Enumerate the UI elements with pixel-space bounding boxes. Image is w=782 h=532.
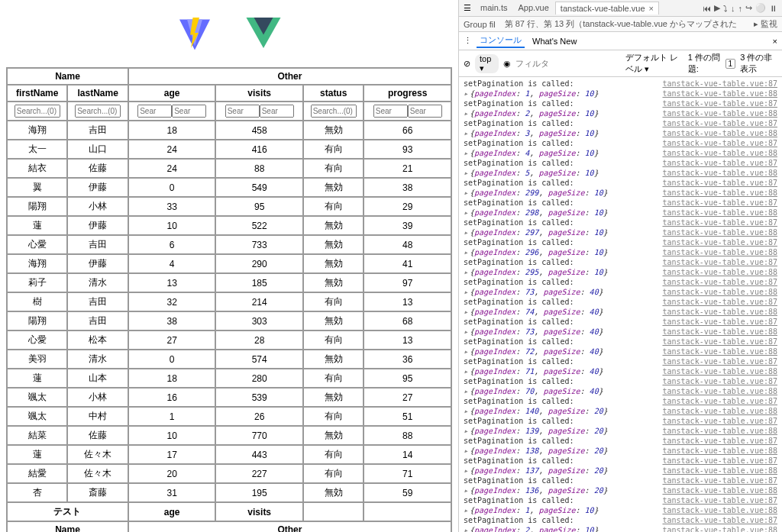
deactivate-icon[interactable]: ⚪	[755, 3, 766, 13]
console-row[interactable]: ▸{pageIndex: 138, pageSize: 20}tanstack-…	[459, 446, 782, 456]
source-link[interactable]: tanstack-vue-table.vue:87	[662, 178, 777, 188]
pause-icon[interactable]: ⏸	[769, 4, 777, 13]
source-link[interactable]: tanstack-vue-table.vue:87	[662, 257, 777, 267]
source-link[interactable]: tanstack-vue-table.vue:87	[662, 277, 777, 287]
source-link[interactable]: tanstack-vue-table.vue:88	[662, 525, 777, 532]
console-row[interactable]: ▸{pageIndex: 296, pageSize: 10}tanstack-…	[459, 247, 782, 257]
source-link[interactable]: tanstack-vue-table.vue:87	[662, 237, 777, 247]
tab-app-vue[interactable]: App.vue	[513, 2, 553, 15]
menu-icon[interactable]: ☰	[464, 3, 471, 13]
filter-input[interactable]	[515, 59, 621, 68]
source-link[interactable]: tanstack-vue-table.vue:87	[662, 118, 777, 128]
console-row[interactable]: ▸{pageIndex: 2, pageSize: 10}tanstack-vu…	[459, 108, 782, 118]
console-row[interactable]: setPagination is called:tanstack-vue-tab…	[459, 158, 782, 168]
console-output[interactable]: setPagination is called:tanstack-vue-tab…	[459, 77, 782, 532]
source-link[interactable]: tanstack-vue-table.vue:88	[662, 188, 777, 198]
source-link[interactable]: tanstack-vue-table.vue:87	[662, 317, 777, 327]
console-row[interactable]: ▸{pageIndex: 3, pageSize: 10}tanstack-vu…	[459, 128, 782, 138]
step-out-icon[interactable]: ↑	[738, 4, 743, 13]
source-link[interactable]: tanstack-vue-table.vue:87	[662, 218, 777, 227]
group-filter[interactable]: Group fil	[464, 20, 496, 29]
source-link[interactable]: tanstack-vue-table.vue:87	[662, 337, 777, 347]
console-row[interactable]: setPagination is called:tanstack-vue-tab…	[459, 396, 782, 406]
play-icon[interactable]: ▶	[714, 3, 720, 13]
console-row[interactable]: ▸{pageIndex: 295, pageSize: 10}tanstack-…	[459, 267, 782, 277]
source-link[interactable]: tanstack-vue-table.vue:87	[662, 79, 777, 89]
console-row[interactable]: ▸{pageIndex: 137, pageSize: 20}tanstack-…	[459, 466, 782, 476]
drawer-close-icon[interactable]: ×	[773, 37, 777, 46]
console-row[interactable]: ▸{pageIndex: 140, pageSize: 20}tanstack-…	[459, 406, 782, 416]
console-row[interactable]: setPagination is called:tanstack-vue-tab…	[459, 237, 782, 247]
step-icon[interactable]: ⤵	[723, 4, 728, 13]
search-progress-max[interactable]	[408, 105, 442, 118]
source-link[interactable]: tanstack-vue-table.vue:87	[662, 297, 777, 307]
console-row[interactable]: setPagination is called:tanstack-vue-tab…	[459, 257, 782, 267]
header-age[interactable]: age	[128, 85, 216, 102]
source-link[interactable]: tanstack-vue-table.vue:88	[662, 227, 777, 237]
source-link[interactable]: tanstack-vue-table.vue:88	[662, 108, 777, 118]
console-row[interactable]: setPagination is called:tanstack-vue-tab…	[459, 436, 782, 446]
console-row[interactable]: setPagination is called:tanstack-vue-tab…	[459, 416, 782, 426]
console-row[interactable]: ▸{pageIndex: 297, pageSize: 10}tanstack-…	[459, 227, 782, 237]
source-link[interactable]: tanstack-vue-table.vue:88	[662, 446, 777, 456]
source-link[interactable]: tanstack-vue-table.vue:87	[662, 515, 777, 525]
header-firstname[interactable]: firstName	[7, 85, 67, 102]
issues-badge[interactable]: 1	[725, 59, 736, 69]
console-row[interactable]: setPagination is called:tanstack-vue-tab…	[459, 356, 782, 366]
source-link[interactable]: tanstack-vue-table.vue:87	[662, 436, 777, 446]
source-link[interactable]: tanstack-vue-table.vue:88	[662, 426, 777, 436]
source-link[interactable]: tanstack-vue-table.vue:88	[662, 366, 777, 376]
source-link[interactable]: tanstack-vue-table.vue:88	[662, 505, 777, 515]
console-row[interactable]: setPagination is called:tanstack-vue-tab…	[459, 178, 782, 188]
source-link[interactable]: tanstack-vue-table.vue:87	[662, 456, 777, 466]
console-row[interactable]: ▸{pageIndex: 2, pageSize: 10}tanstack-vu…	[459, 525, 782, 532]
search-status[interactable]	[311, 105, 357, 118]
console-row[interactable]: ▸{pageIndex: 74, pageSize: 40}tanstack-v…	[459, 307, 782, 317]
console-row[interactable]: ▸{pageIndex: 299, pageSize: 10}tanstack-…	[459, 188, 782, 198]
source-link[interactable]: tanstack-vue-table.vue:87	[662, 356, 777, 366]
console-row[interactable]: setPagination is called:tanstack-vue-tab…	[459, 277, 782, 287]
hidden-label[interactable]: 3 件の非表示	[740, 52, 777, 75]
source-link[interactable]: tanstack-vue-table.vue:87	[662, 198, 777, 208]
step-over-icon[interactable]: ↪	[745, 3, 752, 13]
console-row[interactable]: setPagination is called:tanstack-vue-tab…	[459, 218, 782, 227]
console-row[interactable]: setPagination is called:tanstack-vue-tab…	[459, 337, 782, 347]
console-row[interactable]: setPagination is called:tanstack-vue-tab…	[459, 515, 782, 525]
source-link[interactable]: tanstack-vue-table.vue:88	[662, 406, 777, 416]
search-visits-max[interactable]	[260, 105, 294, 118]
console-row[interactable]: ▸{pageIndex: 73, pageSize: 40}tanstack-v…	[459, 287, 782, 297]
prev-icon[interactable]: ⏮	[703, 4, 711, 13]
eye-icon[interactable]: ◉	[503, 59, 511, 69]
whatsnew-tab[interactable]: What's New	[529, 36, 580, 47]
console-row[interactable]: ▸{pageIndex: 136, pageSize: 20}tanstack-…	[459, 485, 782, 495]
source-link[interactable]: tanstack-vue-table.vue:87	[662, 98, 777, 108]
console-row[interactable]: ▸{pageIndex: 1, pageSize: 10}tanstack-vu…	[459, 89, 782, 98]
console-row[interactable]: setPagination is called:tanstack-vue-tab…	[459, 198, 782, 208]
header-progress[interactable]: progress	[364, 85, 451, 102]
header-group-other[interactable]: Other	[128, 68, 451, 85]
level-selector[interactable]: デフォルト レベル ▾	[625, 52, 683, 75]
clear-console-icon[interactable]: ⊘	[464, 59, 470, 69]
source-link[interactable]: tanstack-vue-table.vue:88	[662, 168, 777, 178]
console-row[interactable]: setPagination is called:tanstack-vue-tab…	[459, 138, 782, 148]
console-row[interactable]: setPagination is called:tanstack-vue-tab…	[459, 376, 782, 386]
source-link[interactable]: tanstack-vue-table.vue:88	[662, 485, 777, 495]
search-firstname[interactable]	[15, 105, 60, 118]
source-link[interactable]: tanstack-vue-table.vue:87	[662, 476, 777, 485]
console-row[interactable]: ▸{pageIndex: 73, pageSize: 40}tanstack-v…	[459, 327, 782, 337]
console-row[interactable]: ▸{pageIndex: 72, pageSize: 40}tanstack-v…	[459, 347, 782, 356]
header-group-name[interactable]: Name	[7, 68, 128, 85]
source-link[interactable]: tanstack-vue-table.vue:87	[662, 396, 777, 406]
header-visits[interactable]: visits	[215, 85, 303, 102]
console-row[interactable]: ▸{pageIndex: 70, pageSize: 40}tanstack-v…	[459, 386, 782, 396]
console-row[interactable]: setPagination is called:tanstack-vue-tab…	[459, 317, 782, 327]
source-link[interactable]: tanstack-vue-table.vue:88	[662, 307, 777, 317]
source-link[interactable]: tanstack-vue-table.vue:88	[662, 89, 777, 98]
issues-label[interactable]: 1 件の問題:	[688, 52, 721, 75]
header-lastname[interactable]: lastName	[67, 85, 128, 102]
source-link[interactable]: tanstack-vue-table.vue:87	[662, 158, 777, 168]
source-link[interactable]: tanstack-vue-table.vue:87	[662, 495, 777, 505]
context-selector[interactable]: top ▾	[475, 54, 499, 73]
console-row[interactable]: setPagination is called:tanstack-vue-tab…	[459, 79, 782, 89]
search-visits-min[interactable]	[225, 105, 260, 118]
